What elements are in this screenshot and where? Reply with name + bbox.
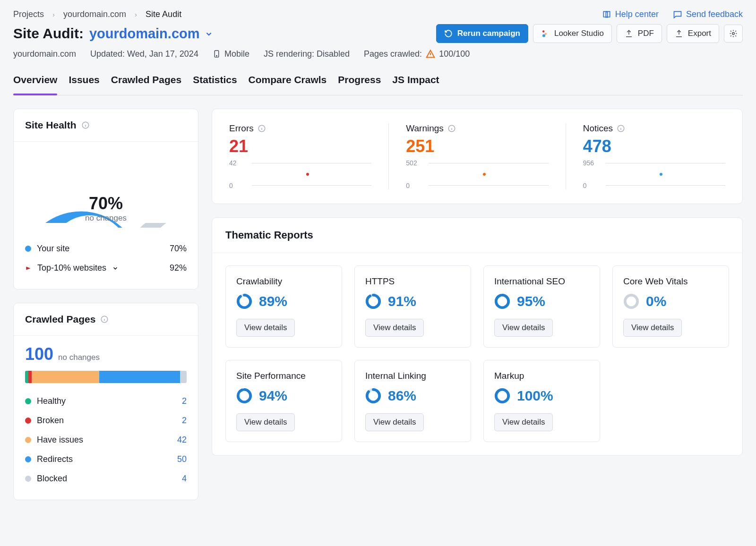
errors-warnings-notices-card: Errors 21 42 0 Warnings 251 502 0 (212, 109, 743, 204)
crawled-item-label: Healthy (37, 396, 66, 406)
warning-triangle-icon (426, 49, 435, 59)
bar-segment-broken (28, 371, 32, 383)
svg-point-24 (496, 390, 508, 402)
thematic-https: HTTPS 91% View details (354, 265, 471, 348)
tab-progress[interactable]: Progress (338, 74, 381, 95)
looker-studio-button[interactable]: Looker Studio (533, 24, 612, 43)
crawled-item-value: 4 (170, 474, 187, 484)
spark-point-icon (660, 173, 662, 176)
tab-statistics[interactable]: Statistics (193, 74, 237, 95)
svg-point-20 (238, 390, 250, 402)
domain-selector[interactable]: yourdomain.com (89, 26, 213, 42)
meta-updated: Updated: Wed, Jan 17, 2024 (90, 49, 198, 59)
view-details-button[interactable]: View details (623, 319, 682, 337)
help-center-link[interactable]: Help center (602, 9, 659, 19)
info-icon[interactable] (447, 124, 456, 133)
thematic-pct: 0% (646, 293, 666, 309)
breadcrumb-domain[interactable]: yourdomain.com (63, 9, 126, 19)
card-title: Thematic Reports (212, 218, 742, 253)
notices-title: Notices (583, 123, 613, 134)
crawled-item-healthy[interactable]: Healthy2 (25, 392, 187, 411)
top10-pct: 92% (170, 263, 187, 273)
gear-icon (729, 29, 738, 38)
donut-icon (365, 293, 381, 309)
breadcrumb: Projects › yourdomain.com › Site Audit (13, 9, 181, 19)
crawled-item-blocked[interactable]: Blocked4 (25, 469, 187, 488)
meta-domain: yourdomain.com (13, 49, 76, 59)
your-site-pct: 70% (170, 244, 187, 254)
tab-js-impact[interactable]: JS Impact (392, 74, 439, 95)
svg-point-22 (367, 390, 379, 402)
crawled-item-have-issues[interactable]: Have issues42 (25, 430, 187, 450)
thematic-pct: 86% (388, 388, 416, 404)
warnings-col: Warnings 251 502 0 (388, 123, 565, 189)
pdf-button[interactable]: PDF (617, 24, 662, 43)
warnings-title: Warnings (406, 123, 444, 134)
view-details-button[interactable]: View details (236, 319, 295, 337)
svg-point-17 (625, 295, 637, 307)
upload-icon (625, 29, 633, 38)
crawled-total: 100 (25, 344, 53, 364)
tab-issues[interactable]: Issues (69, 74, 99, 95)
chevron-right-icon: › (52, 10, 55, 18)
thematic-site-performance: Site Performance 94% View details (225, 360, 342, 442)
thematic-pct: 89% (259, 293, 287, 309)
warnings-value: 251 (406, 136, 548, 156)
view-details-button[interactable]: View details (365, 319, 424, 337)
view-details-button[interactable]: View details (494, 319, 553, 337)
warnings-sparkline: 502 0 (406, 159, 548, 189)
top10-label[interactable]: Top-10% websites (37, 263, 106, 273)
view-details-button[interactable]: View details (236, 413, 295, 431)
svg-point-14 (367, 295, 379, 307)
looker-icon (541, 29, 550, 38)
donut-icon (365, 388, 381, 404)
site-health-card: Site Health 70% no changes (13, 109, 198, 290)
info-icon[interactable] (81, 121, 90, 129)
donut-icon (236, 388, 252, 404)
rerun-campaign-button[interactable]: Rerun campaign (436, 24, 528, 43)
info-icon[interactable] (258, 124, 266, 133)
crawled-item-label: Redirects (37, 454, 73, 464)
meta-row: yourdomain.com Updated: Wed, Jan 17, 202… (13, 49, 743, 59)
tab-overview[interactable]: Overview (13, 74, 57, 95)
chevron-right-icon: › (135, 10, 137, 18)
send-feedback-link[interactable]: Send feedback (673, 9, 743, 19)
crawled-item-value: 2 (170, 416, 187, 426)
info-icon[interactable] (100, 315, 109, 324)
refresh-icon (444, 29, 453, 38)
donut-icon (494, 388, 510, 404)
export-button[interactable]: Export (667, 24, 719, 43)
crawled-item-label: Have issues (37, 435, 83, 445)
info-icon[interactable] (617, 124, 625, 133)
notices-value: 478 (583, 136, 725, 156)
thematic-name: HTTPS (365, 276, 460, 287)
dot-icon (25, 246, 31, 252)
tab-crawled-pages[interactable]: Crawled Pages (111, 74, 181, 95)
thematic-name: Markup (494, 371, 589, 381)
thematic-pct: 95% (517, 293, 545, 309)
thematic-reports-card: Thematic Reports Crawlability 89% View d… (212, 217, 743, 456)
settings-button[interactable] (724, 25, 743, 43)
chat-icon (673, 10, 682, 19)
site-health-nochange: no changes (35, 213, 177, 223)
crawled-item-redirects[interactable]: Redirects50 (25, 450, 187, 469)
donut-icon (494, 293, 510, 309)
dot-icon (25, 418, 31, 424)
thematic-crawlability: Crawlability 89% View details (225, 265, 342, 348)
breadcrumb-root[interactable]: Projects (13, 9, 44, 19)
crawled-item-broken[interactable]: Broken2 (25, 411, 187, 430)
errors-value: 21 (229, 136, 371, 156)
thematic-pct: 100% (517, 388, 553, 404)
view-details-button[interactable]: View details (365, 413, 424, 431)
thematic-internal-linking: Internal Linking 86% View details (354, 360, 471, 442)
crawled-item-value: 42 (170, 435, 187, 445)
svg-point-12 (238, 295, 250, 307)
your-site-label: Your site (37, 244, 69, 254)
view-details-button[interactable]: View details (494, 413, 553, 431)
donut-icon (623, 293, 639, 309)
tab-compare-crawls[interactable]: Compare Crawls (249, 74, 327, 95)
meta-crawled: Pages crawled: 100/100 (364, 49, 470, 59)
dot-icon (25, 456, 31, 462)
chevron-down-icon[interactable] (112, 265, 119, 272)
meta-js: JS rendering: Disabled (264, 49, 350, 59)
